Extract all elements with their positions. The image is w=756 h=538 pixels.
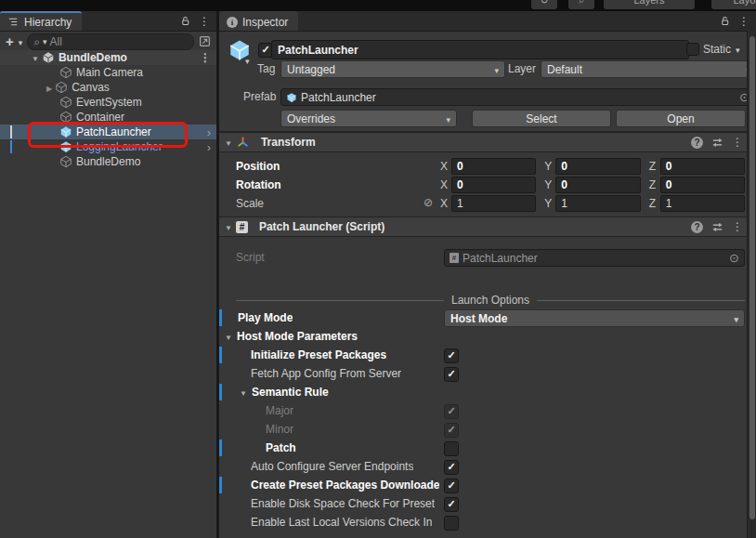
patch-launcher-header[interactable]: # Patch Launcher (Script) ? <box>219 217 756 237</box>
tab-inspector-label: Inspector <box>242 16 288 29</box>
script-object-field[interactable]: # PatchLauncher <box>444 249 745 267</box>
property-row-semantic-rule[interactable]: Semantic Rule <box>219 383 756 401</box>
scale-x-input[interactable]: 1 <box>451 195 536 212</box>
expand-arrow-icon[interactable] <box>46 81 52 94</box>
position-x-input[interactable]: 0 <box>451 158 536 175</box>
presets-icon[interactable] <box>711 137 723 149</box>
auto-configure-endpoints-checkbox[interactable] <box>444 460 459 475</box>
tab-hierarchy-label: Hierarchy <box>24 16 72 29</box>
create-object-caret-icon[interactable] <box>19 35 23 48</box>
foldout-arrow-icon[interactable] <box>225 220 232 233</box>
object-picker-icon[interactable] <box>729 251 739 265</box>
initialize-preset-packages-checkbox[interactable] <box>444 348 459 363</box>
item-label: BundleDemo <box>76 155 140 168</box>
open-search-window-icon[interactable] <box>199 35 211 47</box>
property-row-play-mode: Play Mode Host Mode <box>219 308 756 327</box>
scene-row[interactable]: BundleDemo <box>0 50 216 65</box>
enable-last-local-versions-checkbox[interactable] <box>444 516 459 531</box>
layers-label: Layers <box>633 0 664 6</box>
patch-checkbox[interactable] <box>444 441 459 456</box>
presets-icon[interactable] <box>711 221 723 233</box>
hierarchy-item-container[interactable]: Container <box>0 110 216 125</box>
rotation-y-input[interactable]: 0 <box>555 177 640 193</box>
property-label: Major <box>266 404 293 417</box>
scene-foldout-icon[interactable] <box>32 51 39 64</box>
gameobject-icon <box>59 66 72 79</box>
prefab-open-chevron-icon[interactable] <box>207 125 211 139</box>
hierarchy-item-bundledemo[interactable]: BundleDemo <box>0 154 216 169</box>
inspector-tab-controls <box>720 11 756 31</box>
hierarchy-item-patchlauncher[interactable]: PatchLauncher <box>0 125 216 139</box>
scene-menu-icon[interactable] <box>200 51 211 64</box>
undo-history-button[interactable]: ↻ <box>531 0 557 9</box>
search-button[interactable] <box>568 0 594 9</box>
hierarchy-item-eventsystem[interactable]: EventSystem <box>0 95 216 110</box>
panel-menu-icon[interactable] <box>738 15 749 28</box>
minor-checkbox <box>444 423 459 438</box>
script-row: Script # PatchLauncher <box>219 249 756 266</box>
override-indicator <box>219 309 222 326</box>
create-preset-packages-checkbox[interactable] <box>444 479 459 493</box>
rotation-label: Rotation <box>219 178 281 191</box>
property-label: Enable Disk Space Check For Preset <box>251 497 435 510</box>
position-z-input[interactable]: 0 <box>660 158 745 175</box>
hierarchy-search-input[interactable]: All <box>27 33 194 50</box>
create-object-button[interactable] <box>6 33 14 49</box>
static-checkbox[interactable] <box>686 43 699 56</box>
axis-z-label: Z <box>649 197 657 210</box>
layout-dropdown[interactable]: Layout <box>711 0 756 9</box>
panel-menu-icon[interactable] <box>199 15 210 28</box>
prefab-label: Prefab <box>243 90 276 103</box>
play-mode-dropdown[interactable]: Host Mode <box>444 309 745 327</box>
item-label: LoggingLauncher <box>76 140 163 153</box>
rotation-row: Rotation X0 Y0 Z0 <box>219 176 756 194</box>
hierarchy-item-logginglauncher[interactable]: LoggingLauncher <box>0 139 216 154</box>
static-flags-caret-icon[interactable] <box>736 43 740 56</box>
help-icon[interactable]: ? <box>691 221 703 233</box>
lock-icon[interactable] <box>720 16 730 27</box>
layer-dropdown[interactable]: Default <box>541 60 756 78</box>
tag-dropdown[interactable]: Untagged <box>280 60 505 78</box>
rotation-z-input[interactable]: 0 <box>660 177 745 193</box>
tab-hierarchy[interactable]: Hierarchy <box>0 11 82 31</box>
major-checkbox <box>444 404 459 419</box>
tab-inspector[interactable]: i Inspector <box>219 11 298 31</box>
hierarchy-item-main-camera[interactable]: Main Camera <box>0 65 216 80</box>
lock-icon[interactable] <box>180 16 190 27</box>
position-y-input[interactable]: 0 <box>555 158 640 175</box>
scale-z-input[interactable]: 1 <box>660 195 745 212</box>
foldout-arrow-icon[interactable] <box>225 136 232 149</box>
property-label: Initialize Preset Packages <box>251 348 386 361</box>
foldout-arrow-icon[interactable] <box>225 330 237 343</box>
fetch-app-config-checkbox[interactable] <box>444 367 459 382</box>
select-button[interactable]: Select <box>472 110 611 127</box>
help-icon[interactable]: ? <box>691 137 703 149</box>
icon-picker-caret-icon[interactable] <box>245 57 250 66</box>
component-menu-icon[interactable] <box>732 136 743 149</box>
property-row-host-mode-parameters[interactable]: Host Mode Parameters <box>219 327 756 346</box>
property-label: Auto Configure Server Endpoints <box>251 460 413 473</box>
rotation-x-input[interactable]: 0 <box>451 177 536 193</box>
search-filter-caret-icon <box>43 37 47 46</box>
property-row-create-preset-packages: Create Preset Packages Downloade <box>219 476 756 494</box>
scrollbar-thumb[interactable] <box>749 36 755 519</box>
transform-header[interactable]: Transform ? <box>219 132 756 152</box>
component-menu-icon[interactable] <box>732 220 743 233</box>
open-button[interactable]: Open <box>616 110 746 127</box>
inspector-scrollbar[interactable] <box>747 31 756 538</box>
constrain-proportions-icon[interactable] <box>424 196 433 209</box>
scale-y-input[interactable]: 1 <box>555 195 640 212</box>
layers-dropdown[interactable]: Layers <box>604 0 695 9</box>
property-label: Patch <box>266 441 296 454</box>
foldout-arrow-icon[interactable] <box>240 386 252 399</box>
prefab-open-chevron-icon[interactable] <box>207 140 211 154</box>
hierarchy-item-canvas[interactable]: Canvas <box>0 80 216 95</box>
hierarchy-panel: Hierarchy All BundleDemo <box>0 11 216 538</box>
property-row-major: Major <box>219 401 756 420</box>
prefab-object-field[interactable]: PatchLauncher <box>280 88 755 106</box>
enable-disk-space-check-checkbox[interactable] <box>444 497 459 512</box>
overrides-dropdown[interactable]: Overrides <box>280 110 457 127</box>
override-indicator <box>219 347 222 363</box>
chevron-down-icon <box>446 112 450 125</box>
gameobject-name-input[interactable]: PatchLauncher <box>271 40 689 59</box>
